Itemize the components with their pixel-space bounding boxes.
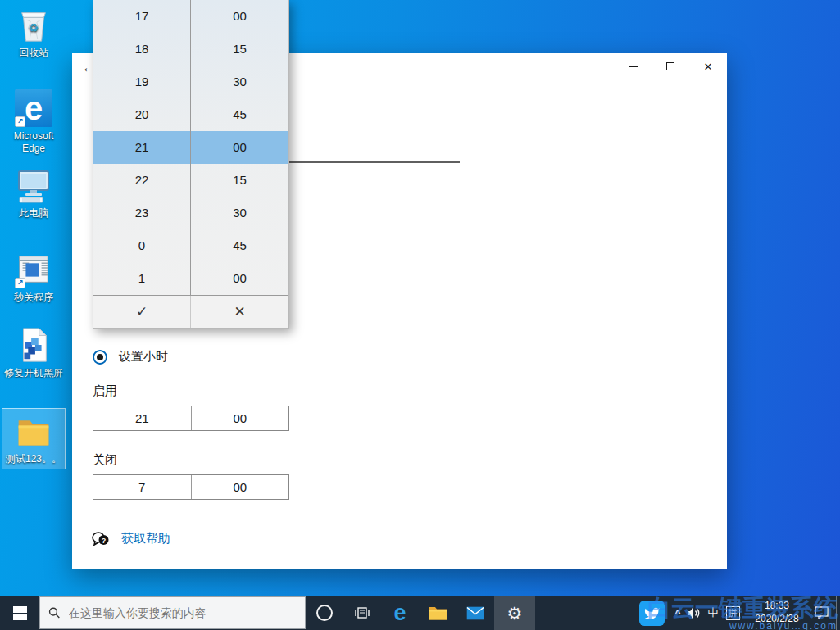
mail-button[interactable] [456, 596, 494, 630]
close-button[interactable]: ✕ [689, 53, 727, 79]
file-explorer-icon [428, 605, 447, 621]
confirm-button[interactable]: ✓ [93, 296, 191, 328]
show-desktop-button[interactable] [836, 596, 840, 630]
desktop-icon-label: 回收站 [19, 47, 48, 59]
minute-option[interactable]: 15 [191, 164, 288, 197]
search-icon [48, 606, 61, 619]
off-hour-field[interactable]: 7 [93, 475, 192, 499]
action-center-button[interactable] [811, 606, 831, 619]
minimize-button[interactable] [614, 53, 652, 79]
settings-taskbar-button[interactable]: ⚙ [494, 596, 535, 630]
shortcut-arrow-icon: ↗ [15, 116, 25, 127]
maximize-button[interactable] [652, 53, 689, 79]
hour-option[interactable]: 17 [93, 0, 190, 33]
desktop-icon-test-folder[interactable]: 测试123。。 [2, 408, 66, 469]
enable-time-label: 启用 [93, 383, 117, 399]
set-hours-radio[interactable] [93, 350, 107, 365]
minute-option[interactable]: 30 [191, 66, 288, 98]
action-center-icon [815, 606, 829, 619]
minute-option[interactable]: 00 [191, 0, 288, 33]
get-help-link[interactable]: 获取帮助 [121, 531, 170, 546]
desktop-icon-label: 测试123。。 [6, 453, 61, 465]
desktop-icon-recycle-bin[interactable]: ♻ 回收站 [2, 5, 66, 59]
task-view-icon [355, 606, 370, 619]
set-hours-radio-label: 设置小时 [119, 349, 168, 365]
enable-hour-field[interactable]: 21 [93, 406, 192, 430]
radio-dot [97, 354, 103, 360]
gear-icon: ⚙ [507, 605, 523, 622]
app-window-icon: ↗ [14, 250, 53, 289]
file-explorer-button[interactable] [419, 596, 456, 630]
hour-option[interactable]: 23 [93, 197, 190, 229]
hour-option[interactable]: 1 [93, 262, 190, 295]
registry-file-icon [14, 325, 53, 365]
off-time-picker: 7 00 [93, 474, 289, 500]
minimize-icon [629, 66, 638, 67]
hour-option[interactable]: 20 [93, 98, 190, 131]
minute-option-selected[interactable]: 00 [191, 131, 288, 164]
minute-column: 00 15 30 45 00 15 30 45 00 [191, 0, 288, 295]
shortcut-arrow-icon: ↗ [15, 278, 25, 288]
minute-option[interactable]: 45 [191, 98, 288, 131]
night-light-strength-slider-track[interactable] [289, 161, 460, 163]
taskbar: e ⚙ ^ 中 拼 [0, 596, 840, 630]
desktop-icon-label: 秒关程序 [14, 292, 53, 304]
windows-logo-icon [13, 606, 27, 620]
this-pc-icon [14, 165, 53, 205]
hour-option[interactable]: 22 [93, 164, 190, 197]
minute-option[interactable]: 00 [191, 262, 288, 295]
desktop-icon-label: Microsoft Edge [2, 130, 66, 155]
desktop-icon-microsoft-edge[interactable]: e ↗ Microsoft Edge [2, 88, 66, 155]
ime-language-indicator[interactable]: 中 [703, 605, 723, 620]
desktop-icon-quick-close-app[interactable]: ↗ 秒关程序 [2, 250, 66, 304]
hidden-icons-chevron[interactable]: ^ [672, 607, 683, 619]
twitter-button[interactable] [639, 601, 665, 626]
desktop-icon-this-pc[interactable]: 此电脑 [2, 165, 66, 220]
pinyin-badge: 拼 [726, 606, 740, 620]
edge-icon: e ↗ [14, 88, 53, 128]
search-input[interactable] [69, 606, 297, 619]
maximize-icon [666, 62, 674, 70]
clock-time: 18:33 [747, 600, 806, 613]
svg-text:♻: ♻ [29, 21, 39, 34]
mail-icon [466, 606, 484, 620]
system-tray: ^ 中 拼 18:33 2020/2/28 [632, 596, 840, 630]
off-time-label: 关闭 [93, 452, 117, 468]
cortana-button[interactable] [306, 596, 343, 630]
window-caption-buttons: ✕ [614, 53, 727, 79]
volume-button[interactable] [683, 607, 703, 619]
recycle-bin-icon: ♻ [14, 5, 53, 44]
minute-option[interactable]: 15 [191, 33, 288, 66]
time-picker-flyout: 17 18 19 20 21 22 23 0 1 00 15 30 45 00 … [93, 0, 289, 329]
minute-option[interactable]: 45 [191, 229, 288, 262]
ime-mode-indicator[interactable]: 拼 [723, 606, 742, 620]
hour-option[interactable]: 19 [93, 66, 190, 98]
hour-option[interactable]: 18 [93, 33, 190, 66]
desktop-icon-fix-black-screen[interactable]: 修复开机黑屏 [2, 325, 66, 379]
folder-icon [14, 411, 53, 451]
twitter-bird-icon [644, 606, 661, 620]
start-button[interactable] [0, 596, 39, 630]
speaker-icon [687, 607, 701, 619]
hour-option-selected[interactable]: 21 [93, 131, 190, 164]
enable-minute-field[interactable]: 00 [192, 406, 289, 430]
taskbar-search-box[interactable] [39, 596, 306, 629]
off-minute-field[interactable]: 00 [192, 475, 289, 499]
desktop-icon-label: 此电脑 [19, 207, 48, 220]
enable-time-picker: 21 00 [93, 406, 289, 431]
cancel-button[interactable]: ✕ [191, 296, 288, 328]
minute-option[interactable]: 30 [191, 197, 288, 229]
svg-text:?: ? [102, 537, 107, 545]
hour-column: 17 18 19 20 21 22 23 0 1 [93, 0, 191, 295]
hour-option[interactable]: 0 [93, 229, 190, 262]
task-view-button[interactable] [343, 596, 381, 630]
get-help-icon: ? [92, 531, 110, 546]
edge-icon: e [393, 602, 406, 624]
edge-taskbar-button[interactable]: e [381, 596, 419, 630]
taskbar-clock[interactable]: 18:33 2020/2/28 [747, 600, 806, 625]
clock-date: 2020/2/28 [747, 613, 806, 626]
cortana-icon [316, 605, 333, 621]
desktop-icon-label: 修复开机黑屏 [4, 367, 63, 379]
